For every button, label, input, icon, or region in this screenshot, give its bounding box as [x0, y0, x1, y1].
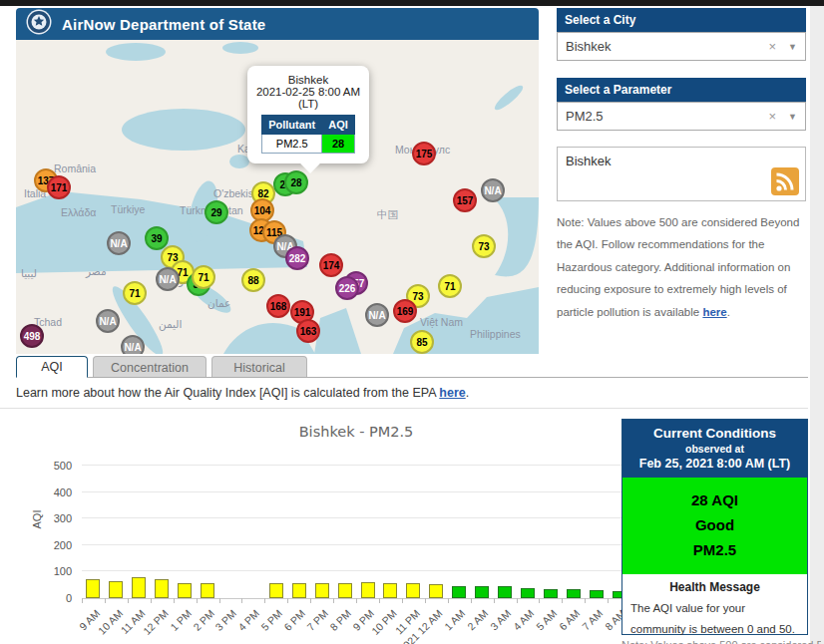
popup-table: Pollutant AQI PM2.5 28: [261, 115, 355, 154]
chart-x-tick-label: 4 PM: [236, 607, 262, 633]
aqi-marker[interactable]: N/A: [107, 231, 131, 255]
aqi-marker[interactable]: 71: [192, 265, 215, 289]
chart-bar[interactable]: [155, 579, 169, 598]
aqi-marker[interactable]: 88: [241, 268, 265, 292]
chart-slot: 3 PM: [219, 454, 242, 598]
aqi-marker[interactable]: N/A: [96, 309, 120, 333]
chart-bar[interactable]: [269, 583, 283, 598]
tab-concentration[interactable]: Concentration: [93, 356, 206, 378]
aqi-marker[interactable]: 73: [472, 234, 496, 258]
chart-x-tick: [128, 598, 129, 603]
parameter-select[interactable]: PM2.5 × ▼: [557, 102, 806, 131]
aqi-map[interactable]: RomâniaItaliaΕλλάδαTürkiyeKazaO'zbekisto…: [16, 40, 539, 354]
chart-x-tick: [219, 598, 220, 603]
aqi-marker[interactable]: 163: [296, 319, 320, 343]
aqi-marker[interactable]: 71: [438, 274, 462, 298]
top-black-bar: [0, 0, 824, 6]
chart-bar[interactable]: [475, 586, 489, 598]
chart-x-tick: [471, 598, 472, 603]
aqi-marker[interactable]: 29: [205, 200, 228, 224]
chart-bar[interactable]: [452, 586, 466, 598]
aqi-marker[interactable]: 71: [123, 281, 147, 305]
chart-x-tick: [448, 598, 449, 603]
chart-title: Bishkek - PM2.5: [82, 424, 630, 440]
aqi-marker[interactable]: N/A: [121, 335, 145, 354]
chart-slot: 7 AM: [585, 454, 608, 598]
chart-bar[interactable]: [201, 583, 214, 598]
section-divider: [0, 408, 808, 409]
app-title: AirNow Department of State: [62, 16, 265, 33]
chart-bar[interactable]: [567, 589, 581, 598]
city-caret-icon[interactable]: ▼: [788, 42, 797, 52]
observed-at-label: observed at: [626, 443, 803, 455]
aqi-marker[interactable]: N/A: [481, 178, 505, 202]
chart-x-tick: [151, 598, 152, 603]
chart-x-tick-label: 3 AM: [488, 607, 513, 632]
learn-more-here-link[interactable]: here: [439, 386, 465, 400]
city-select-value: Bishkek: [566, 39, 768, 54]
chart-slot: 9 AM: [82, 454, 105, 598]
chart-plot-area: 9 AM10 AM11 AM12 PM1 PM2 PM3 PM4 PM5 PM6…: [82, 454, 630, 599]
tab-aqi[interactable]: AQI: [16, 356, 88, 378]
current-aqi-block: 28 AQI Good PM2.5: [622, 478, 807, 574]
chart-bar[interactable]: [315, 583, 329, 598]
aqi-marker[interactable]: N/A: [156, 267, 180, 291]
chart-slot: 10 AM: [105, 454, 128, 598]
chart-y-tick-label: 400: [54, 486, 72, 498]
city-clear-icon[interactable]: ×: [768, 39, 776, 54]
chart-bar[interactable]: [590, 590, 604, 598]
aqi-marker[interactable]: N/A: [365, 303, 389, 327]
note-here-link[interactable]: here: [702, 306, 726, 318]
aqi-marker[interactable]: 174: [319, 253, 343, 277]
rss-icon[interactable]: [771, 167, 799, 195]
chart-x-tick: [197, 598, 198, 603]
chart-bar[interactable]: [292, 583, 306, 598]
chart-slot: 5 AM: [539, 454, 562, 598]
chart-bar[interactable]: [406, 583, 420, 598]
aqi-marker[interactable]: 169: [393, 299, 417, 323]
chart-x-tick: [608, 598, 609, 603]
chart-bar[interactable]: [521, 588, 535, 598]
chart-bar[interactable]: [544, 589, 558, 598]
chart-x-tick-label: 10 AM: [95, 607, 125, 637]
chart-bar[interactable]: [338, 583, 352, 598]
chart-bar[interactable]: [178, 583, 192, 598]
aqi-marker[interactable]: 282: [285, 246, 309, 270]
map-place-label: Türkiye: [111, 203, 145, 215]
chart-bar[interactable]: [383, 583, 397, 598]
chart-x-tick: [517, 598, 518, 603]
chart-x-tick-label: 6 PM: [281, 607, 307, 633]
city-select[interactable]: Bishkek × ▼: [557, 32, 806, 61]
aqi-marker[interactable]: 498: [20, 324, 44, 348]
aqi-marker[interactable]: 175: [412, 142, 436, 165]
aqi-marker[interactable]: 157: [453, 188, 477, 212]
chart-bar[interactable]: [86, 579, 100, 598]
chart-x-tick: [241, 598, 242, 603]
chart-slot: 1 AM: [448, 454, 471, 598]
aqi-marker[interactable]: 85: [410, 330, 434, 354]
chart-x-tick-label: 1 PM: [168, 607, 194, 633]
chart-x-tick: [310, 598, 311, 603]
chart-bar[interactable]: [429, 584, 443, 598]
popup-aqi-header: AQI: [322, 116, 355, 135]
chart-x-tick-label: 2 PM: [191, 607, 216, 633]
parameter-clear-icon[interactable]: ×: [768, 109, 776, 124]
chart-x-tick: [264, 598, 265, 603]
chart-x-tick: [585, 598, 586, 603]
tab-historical[interactable]: Historical: [211, 356, 307, 378]
chart-slot: 1 PM: [174, 454, 197, 598]
chart-bar[interactable]: [109, 581, 123, 598]
chart-slot: 10 PM: [379, 454, 402, 598]
aqi-marker[interactable]: 226: [335, 276, 359, 300]
chart-bar[interactable]: [498, 586, 512, 598]
chart-slot: 2 AM: [471, 454, 494, 598]
parameter-caret-icon[interactable]: ▼: [788, 112, 797, 122]
aqi-marker[interactable]: 171: [47, 175, 71, 199]
map-card: AirNow Department of State: [16, 8, 539, 354]
aqi-marker[interactable]: 28: [284, 170, 308, 194]
chart-x-tick-label: 4 AM: [511, 607, 536, 632]
chart-bar[interactable]: [361, 582, 375, 598]
map-place-label: Việt Nam: [420, 316, 463, 328]
aqi-marker[interactable]: 168: [266, 294, 290, 318]
chart-bar[interactable]: [132, 577, 146, 598]
